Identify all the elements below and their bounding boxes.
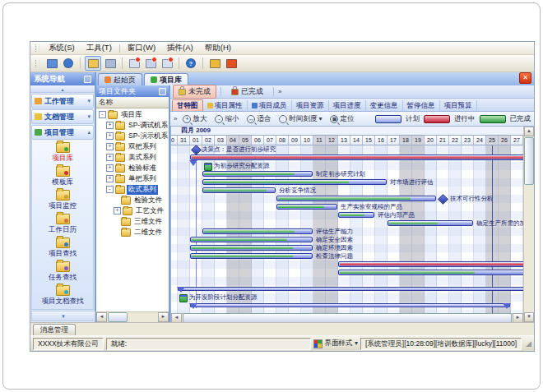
nav-section-文档管理[interactable]: 文档管理▾ <box>31 109 94 124</box>
tree-node-单把系列[interactable]: +单把系列 <box>96 173 169 184</box>
tab-起始页[interactable]: 起始页 <box>98 73 142 85</box>
sidebar-more-strip[interactable]: ▾ <box>31 311 95 321</box>
tab-暂停信息[interactable]: 暂停信息 <box>403 100 440 111</box>
tree-node-检验文件[interactable]: 检验文件 <box>96 195 169 205</box>
time-scale-button[interactable]: 时间刻度▾ <box>276 113 324 125</box>
expand-icon[interactable]: + <box>114 207 121 214</box>
gantt-chart-body[interactable]: 决策点：是否进行初步研究为初步研究分配资源制定初步研究计划对市场进行评估分析竞争… <box>171 145 523 313</box>
tree-node-项目库[interactable]: -项目库 <box>96 109 169 120</box>
tree-node-检验标准[interactable]: +检验标准 <box>96 163 169 173</box>
zoom-in-button[interactable]: +放大 <box>180 113 209 125</box>
sidebar-item-模板库[interactable]: 模板库 <box>52 166 73 187</box>
gantt-vscrollbar[interactable]: ▲ ▼ <box>523 127 534 322</box>
tab-项目预算[interactable]: 项目预算 <box>440 100 477 111</box>
locate-button[interactable]: ▣定位 <box>327 113 356 125</box>
pin-icon[interactable] <box>84 76 91 83</box>
scroll-thumb[interactable] <box>524 137 534 185</box>
overflow-chevron-icon[interactable]: » <box>278 88 281 95</box>
menu-h[interactable]: 帮助(H) <box>199 42 237 54</box>
task-bar[interactable] <box>190 154 523 160</box>
tab-项目进度[interactable]: 项目进度 <box>329 100 366 111</box>
tab-项目资源[interactable]: 项目资源 <box>292 100 329 111</box>
expand-icon[interactable]: + <box>106 122 114 129</box>
expand-icon[interactable]: + <box>106 132 114 140</box>
expand-icon[interactable]: + <box>106 143 114 150</box>
scroll-thumb[interactable] <box>183 313 512 322</box>
tab-变更信息[interactable]: 变更信息 <box>366 100 403 111</box>
tree-node-三维文件[interactable]: 三维文件 <box>96 216 169 227</box>
pin-icon[interactable] <box>159 88 166 95</box>
task-bar[interactable] <box>338 212 374 218</box>
scroll-thumb[interactable] <box>108 312 128 322</box>
menu-t[interactable]: 工具(T) <box>81 42 118 54</box>
scroll-down-icon[interactable]: ▼ <box>524 312 534 322</box>
zoom-out-button[interactable]: -缩小 <box>212 113 241 125</box>
task-bar[interactable] <box>338 261 523 267</box>
sidebar-item-项目查找[interactable]: 项目查找 <box>49 238 77 259</box>
resize-grip[interactable]: ◢ <box>526 339 531 348</box>
tree-node-SP-调试机系[interactable]: +SP-调试机系 <box>96 120 169 131</box>
window-layout-icon[interactable] <box>103 57 118 70</box>
connection-icon[interactable] <box>44 57 59 70</box>
interface-style-button[interactable]: 界面样式 ▾ <box>325 339 358 348</box>
tree-node-欧式系列[interactable]: -欧式系列 <box>96 184 169 195</box>
help-icon[interactable]: ? <box>183 57 198 70</box>
nav-section-项目管理[interactable]: 项目管理▴ <box>31 125 94 140</box>
exit-icon[interactable] <box>224 57 239 70</box>
tree-node-二维文件[interactable]: 二维文件 <box>96 227 169 238</box>
open-folder-icon[interactable] <box>85 56 101 71</box>
globe-icon[interactable] <box>61 57 76 70</box>
sidebar-item-工作日历[interactable]: 工作日历 <box>49 214 77 235</box>
sidebar-collapse-strip[interactable]: ▴ <box>30 85 95 93</box>
sidebar-item-项目库[interactable]: 项目库 <box>52 142 73 164</box>
overflow-chevron-icon[interactable]: » <box>174 115 177 122</box>
scroll-up-icon[interactable]: ▲ <box>524 127 534 136</box>
tab-甘特图[interactable]: 甘特图 <box>172 99 203 111</box>
gantt-hscrollbar[interactable]: ◄ ► <box>171 313 523 322</box>
task-bar[interactable] <box>202 179 387 185</box>
task-bar[interactable] <box>190 237 313 242</box>
task-bar[interactable] <box>276 204 337 210</box>
task-bar[interactable] <box>202 171 313 177</box>
message-management-tab[interactable]: 消息管理 <box>33 324 76 335</box>
collapse-icon[interactable]: - <box>106 186 114 193</box>
sidebar-item-项目文档查找[interactable]: 项目文档查找 <box>42 285 84 307</box>
tab-项目成员[interactable]: 项目成员 <box>248 100 292 111</box>
filter-已完成[interactable]: 已完成 <box>225 85 269 99</box>
summary-line-bar[interactable] <box>190 303 510 307</box>
mail-alert-icon[interactable] <box>160 57 174 70</box>
expand-icon[interactable]: + <box>106 154 114 161</box>
collapse-icon[interactable]: - <box>99 111 106 118</box>
tree-hscrollbar[interactable]: ◄ ► <box>96 311 169 322</box>
task-bar[interactable] <box>190 245 313 251</box>
tree-node-工艺文件[interactable]: +工艺文件 <box>96 205 169 216</box>
menu-w[interactable]: 窗口(W) <box>122 42 161 54</box>
tab-项目属性[interactable]: 项目属性 <box>203 100 248 111</box>
scroll-right-icon[interactable]: ► <box>158 312 169 322</box>
tab-项目库[interactable]: 项目库 <box>144 73 188 85</box>
scroll-left-icon[interactable]: ◄ <box>171 313 182 322</box>
menu-s[interactable]: 系统(S) <box>43 42 81 54</box>
tree-node-双把系列[interactable]: +双把系列 <box>96 141 169 152</box>
chart-alert-icon[interactable] <box>143 57 158 70</box>
summary-line-bar[interactable] <box>178 287 523 291</box>
expand-icon[interactable]: + <box>106 175 114 182</box>
close-icon[interactable]: ✕ <box>519 72 531 84</box>
scroll-left-icon[interactable]: ◄ <box>96 312 107 322</box>
resource-marker[interactable] <box>204 163 212 171</box>
tree-node-美式系列[interactable]: +美式系列 <box>96 152 169 163</box>
lock-icon[interactable] <box>207 57 222 70</box>
fit-button[interactable]: ↔适合 <box>244 113 273 125</box>
task-bar[interactable] <box>276 196 436 201</box>
task-bar[interactable] <box>190 253 313 259</box>
task-bar[interactable] <box>338 270 523 275</box>
task-bar[interactable] <box>202 228 313 234</box>
task-bar[interactable] <box>388 220 473 226</box>
task-bar[interactable] <box>202 187 276 193</box>
sidebar-item-项目监控[interactable]: 项目监控 <box>49 190 77 211</box>
report-alert-icon[interactable] <box>127 57 142 70</box>
resource-marker[interactable] <box>179 294 188 302</box>
sidebar-item-任务查找[interactable]: 任务查找 <box>49 261 77 283</box>
menu-a[interactable]: 插件(A) <box>161 42 199 54</box>
tree-node-SP-演示机系[interactable]: +SP-演示机系 <box>96 131 169 141</box>
